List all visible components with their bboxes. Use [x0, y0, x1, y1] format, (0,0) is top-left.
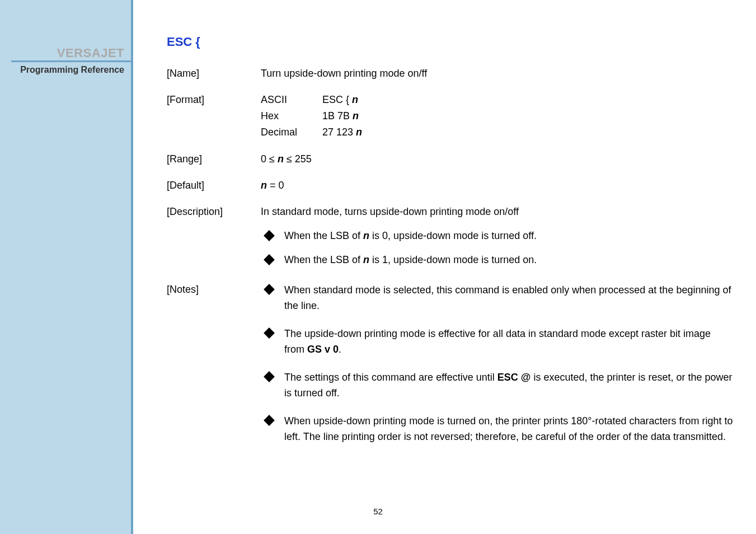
default-row: [Default] n = 0 — [167, 179, 734, 193]
diamond-icon — [264, 284, 275, 296]
format-dec-label: Decimal — [261, 125, 322, 139]
name-value: Turn upside-down printing mode on/ff — [261, 67, 734, 81]
page-number: 52 — [0, 505, 756, 517]
notes-bullet-1: When standard mode is selected, this com… — [261, 283, 734, 314]
diamond-icon — [264, 415, 275, 426]
name-row: [Name] Turn upside-down printing mode on… — [167, 67, 734, 81]
format-ascii-value: ESC { n — [322, 93, 734, 107]
format-label: [Format] — [167, 93, 261, 140]
sidebar-title: VERSAJET — [57, 45, 124, 62]
description-bullet-1: When the LSB of n is 0, upside-down mode… — [261, 229, 734, 243]
notes-bullets: When standard mode is selected, this com… — [261, 283, 734, 457]
format-hex-label: Hex — [261, 109, 322, 123]
format-hex-value: 1B 7B n — [322, 109, 734, 123]
diamond-icon — [264, 327, 275, 339]
notes-label: [Notes] — [167, 283, 261, 457]
range-row: [Range] 0 ≤ n ≤ 255 — [167, 152, 734, 166]
description-bullet-2: When the LSB of n is 1, upside-down mode… — [261, 253, 734, 267]
sidebar: VERSAJET Programming Reference — [0, 0, 133, 534]
notes-bullet-4: When upside-down printing mode is turned… — [261, 414, 734, 445]
diamond-icon — [264, 230, 275, 241]
notes-bullet-2: The upside-down printing mode is effecti… — [261, 326, 734, 358]
format-value: ASCII ESC { n Hex 1B 7B n Decimal 27 123… — [261, 93, 734, 140]
sidebar-divider — [11, 60, 131, 62]
description-row: [Description] In standard mode, turns up… — [167, 205, 734, 219]
description-value: In standard mode, turns upside-down prin… — [261, 205, 734, 219]
diamond-icon — [264, 254, 275, 265]
notes-bullet-3: The settings of this command are effecti… — [261, 370, 734, 401]
description-bullets-row: When the LSB of n is 0, upside-down mode… — [167, 228, 734, 277]
format-ascii-label: ASCII — [261, 93, 322, 107]
command-title: ESC { — [167, 34, 734, 51]
description-label: [Description] — [167, 205, 261, 219]
format-row: [Format] ASCII ESC { n Hex 1B 7B n Decim… — [167, 93, 734, 140]
default-value: n = 0 — [261, 179, 734, 193]
notes-row: [Notes] When standard mode is selected, … — [167, 283, 734, 457]
range-label: [Range] — [167, 152, 261, 166]
description-bullets: When the LSB of n is 0, upside-down mode… — [261, 229, 734, 277]
main-content: ESC { [Name] Turn upside-down printing m… — [167, 34, 734, 470]
default-label: [Default] — [167, 179, 261, 193]
range-value: 0 ≤ n ≤ 255 — [261, 152, 734, 166]
name-label: [Name] — [167, 67, 261, 81]
sidebar-subtitle: Programming Reference — [20, 64, 124, 76]
format-dec-value: 27 123 n — [322, 125, 734, 139]
diamond-icon — [264, 371, 275, 382]
